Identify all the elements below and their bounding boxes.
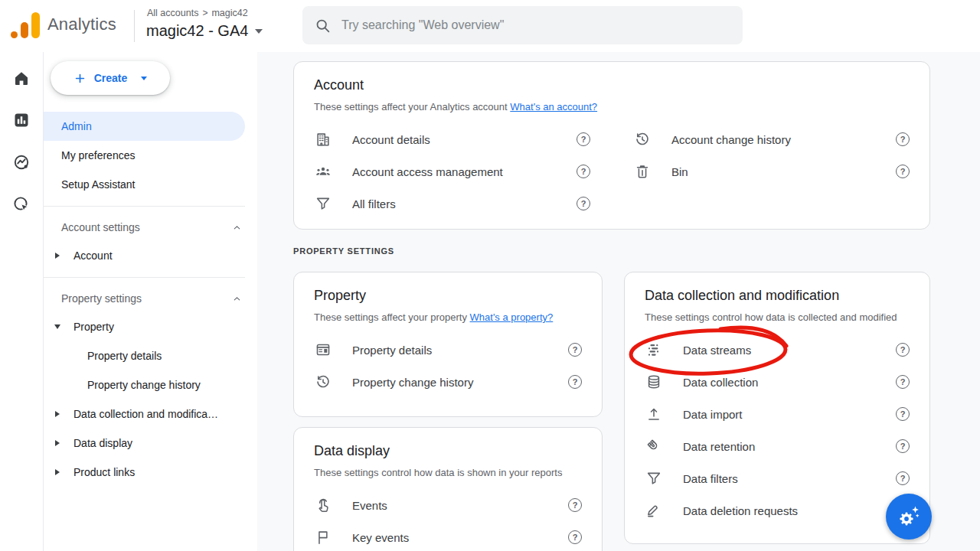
breadcrumb-all-accounts[interactable]: All accounts <box>147 8 198 18</box>
sidebar-item-label: Admin <box>61 120 92 132</box>
search-input[interactable] <box>341 18 730 32</box>
plus-icon <box>74 72 87 85</box>
help-icon[interactable]: ? <box>568 498 582 512</box>
explore-icon <box>12 153 31 171</box>
sidebar-item-my-preferences[interactable]: My preferences <box>44 141 257 170</box>
help-icon[interactable]: ? <box>568 375 582 389</box>
sidebar-item-setup-assistant[interactable]: Setup Assistant <box>44 170 257 199</box>
whats-an-account-link[interactable]: What's an account? <box>510 101 597 112</box>
caret-down-icon <box>54 324 61 329</box>
nav-advertising[interactable] <box>8 194 35 215</box>
ai-gear-fab[interactable] <box>886 494 932 540</box>
section-header-account-settings[interactable]: Account settings <box>44 214 257 241</box>
card-title: Account <box>314 77 910 93</box>
sidebar-item-property[interactable]: Property <box>44 312 257 341</box>
subtitle-text: These settings affect your property <box>314 311 467 323</box>
gear-sparkle-icon <box>897 504 921 529</box>
help-icon[interactable]: ? <box>896 375 910 389</box>
row-key-events[interactable]: Key events ? <box>314 521 582 551</box>
row-events[interactable]: Events ? <box>314 489 582 521</box>
data-streams-icon <box>645 341 663 358</box>
touch-icon <box>314 497 332 514</box>
search-icon <box>315 18 331 34</box>
row-data-filters[interactable]: Data filters ? <box>645 462 910 494</box>
help-icon[interactable]: ? <box>568 530 582 544</box>
people-group-icon <box>314 163 332 180</box>
row-label: Account change history <box>671 133 896 146</box>
row-bin[interactable]: Bin ? <box>633 155 910 187</box>
account-card: Account These settings affect your Analy… <box>293 61 930 230</box>
sidebar-item-data-collection[interactable]: Data collection and modifica… <box>44 399 257 429</box>
sidebar-item-product-links[interactable]: Product links <box>44 458 257 487</box>
row-account-details[interactable]: Account details ? <box>314 123 590 155</box>
help-icon[interactable]: ? <box>568 343 582 357</box>
chevron-up-icon <box>232 294 242 304</box>
card-title: Property <box>314 288 582 304</box>
ga4-admin-app: Analytics All accounts > magic42 magic42… <box>0 0 980 551</box>
help-icon[interactable]: ? <box>896 165 910 178</box>
property-card-rows: Property details ? Property change histo… <box>314 334 582 398</box>
row-data-retention[interactable]: Data retention ? <box>645 430 910 462</box>
history-icon <box>314 373 332 390</box>
history-icon <box>633 131 652 148</box>
database-icon <box>645 373 663 390</box>
sidebar-item-label: Data collection and modifica… <box>74 408 218 420</box>
row-label: Account details <box>352 133 577 146</box>
admin-content: Account These settings affect your Analy… <box>257 52 980 551</box>
caret-down-icon <box>255 29 263 34</box>
sidebar-item-property-change-history[interactable]: Property change history <box>44 370 257 399</box>
row-property-change-history[interactable]: Property change history ? <box>314 366 582 398</box>
card-subtitle: These settings control how data is shown… <box>314 467 582 478</box>
property-selector[interactable]: magic42 - GA4 <box>146 22 263 40</box>
create-button[interactable]: Create <box>51 61 170 95</box>
data-display-card-rows: Events ? Key events ? <box>314 489 582 551</box>
row-label: Events <box>352 499 568 512</box>
help-icon[interactable]: ? <box>896 471 910 485</box>
row-label: Data import <box>683 408 896 421</box>
help-icon[interactable]: ? <box>577 197 590 210</box>
breadcrumb-account[interactable]: magic42 <box>211 8 247 18</box>
nav-reports[interactable] <box>8 109 35 131</box>
row-data-collection[interactable]: Data collection ? <box>645 366 910 398</box>
row-data-streams[interactable]: Data streams ? <box>645 334 910 366</box>
row-account-access-management[interactable]: Account access management ? <box>314 155 590 187</box>
row-all-filters[interactable]: All filters ? <box>314 187 590 220</box>
help-icon[interactable]: ? <box>896 439 910 453</box>
sidebar-item-label: Property change history <box>87 379 201 391</box>
help-icon[interactable]: ? <box>896 407 910 421</box>
row-data-deletion-requests[interactable]: Data deletion requests ? <box>645 494 910 527</box>
nav-explore[interactable] <box>8 152 35 173</box>
sidebar-item-label: My preferences <box>61 149 135 161</box>
caret-right-icon <box>54 253 61 259</box>
help-icon[interactable]: ? <box>577 132 590 146</box>
sidebar-item-property-details[interactable]: Property details <box>44 341 257 370</box>
logo-bar-medium <box>21 22 28 38</box>
logo-dot <box>11 31 18 38</box>
row-account-change-history[interactable]: Account change history ? <box>633 123 910 155</box>
help-icon[interactable]: ? <box>896 132 910 146</box>
row-property-details[interactable]: Property details ? <box>314 334 582 366</box>
row-label: Bin <box>671 165 896 178</box>
analytics-logo[interactable] <box>11 12 41 40</box>
funnel-icon <box>645 470 663 487</box>
sidebar-item-admin[interactable]: Admin <box>44 112 245 141</box>
create-label: Create <box>94 72 128 84</box>
section-header-property-settings[interactable]: Property settings <box>44 285 257 312</box>
data-collection-card-rows: Data streams ? Data collection ? Data im… <box>645 334 910 527</box>
row-label: Key events <box>352 531 568 544</box>
brand-name: Analytics <box>47 15 116 34</box>
window-icon <box>314 341 332 358</box>
sidebar-item-data-display[interactable]: Data display <box>44 429 257 458</box>
sidebar-item-account[interactable]: Account <box>44 241 257 270</box>
sidebar-item-label: Property <box>74 321 114 333</box>
breadcrumb: All accounts > magic42 <box>147 8 248 18</box>
help-icon[interactable]: ? <box>896 343 910 357</box>
row-data-import[interactable]: Data import ? <box>645 398 910 430</box>
whats-a-property-link[interactable]: What's a property? <box>470 311 554 323</box>
help-icon[interactable]: ? <box>577 165 590 178</box>
search-bar[interactable] <box>302 6 743 44</box>
sidebar-item-label: Account <box>74 249 113 262</box>
nav-home[interactable] <box>8 67 35 89</box>
bar-chart-icon <box>12 111 31 129</box>
row-label: Data deletion requests <box>683 504 896 517</box>
